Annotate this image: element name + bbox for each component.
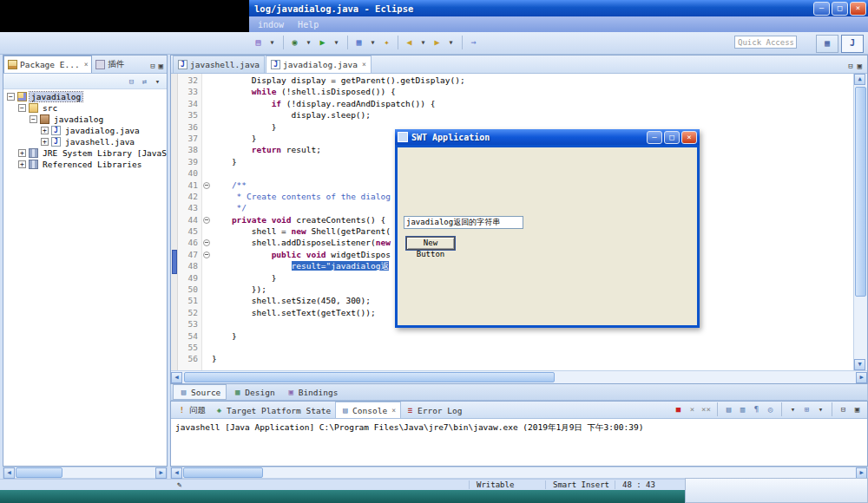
close-icon[interactable]: × <box>391 407 396 415</box>
tree-item[interactable]: −javadialog <box>3 91 167 102</box>
hscroll-track[interactable] <box>182 372 856 382</box>
expand-icon[interactable]: + <box>18 160 26 168</box>
terminate-icon[interactable]: ■ <box>672 403 685 415</box>
tab-source[interactable]: ▤Source <box>173 384 227 400</box>
close-icon[interactable]: × <box>362 61 366 69</box>
view-menu-icon[interactable]: ▾ <box>151 75 164 88</box>
editor-tab[interactable]: Jjavashell.java <box>173 56 265 73</box>
code-line[interactable]: 54 } <box>178 331 853 343</box>
maximize-view-icon[interactable]: ▣ <box>858 62 862 70</box>
console-minimize-icon[interactable]: ⊟ <box>837 403 850 415</box>
code-line[interactable]: 35 display.sleep(); <box>178 110 853 121</box>
run-dropdown-icon[interactable]: ▾ <box>330 35 343 50</box>
expand-icon[interactable]: + <box>41 138 49 146</box>
code-line[interactable]: 32 Display display = getParent().getDisp… <box>178 75 853 87</box>
annotation-ruler[interactable] <box>171 74 178 370</box>
debug-icon[interactable]: ◉ <box>288 35 301 50</box>
tab-design[interactable]: ▦Design <box>227 385 279 399</box>
new-button[interactable]: New Button <box>406 237 455 250</box>
explorer-horizontal-scrollbar[interactable]: ◀ ▶ <box>3 467 168 479</box>
menu-item[interactable]: Help <box>298 20 319 29</box>
scroll-up-icon[interactable]: ▲ <box>854 74 865 85</box>
hscroll-thumb[interactable] <box>16 467 62 478</box>
swt-application-dialog[interactable]: SWT Application –□× New Button <box>395 129 700 328</box>
java-perspective-button[interactable]: J <box>841 35 864 53</box>
new-class-dropdown-icon[interactable]: ▾ <box>366 35 379 50</box>
open-perspective-button[interactable]: ▦ <box>816 35 838 53</box>
pin-console-icon[interactable]: ◎ <box>764 403 777 415</box>
code-line[interactable]: 34 if (!display.readAndDispatch()) { <box>178 99 853 110</box>
link-with-editor-icon[interactable]: ⇄ <box>138 75 151 88</box>
tree-item[interactable]: −src <box>3 102 167 114</box>
minimize-view-icon[interactable]: ⊟ <box>150 62 155 70</box>
expand-icon[interactable]: + <box>41 127 49 134</box>
expand-icon[interactable]: + <box>18 149 26 157</box>
console-tab[interactable]: ≡Error Log <box>401 402 466 418</box>
menu-item[interactable]: indow <box>258 20 284 29</box>
explorer-tab[interactable]: 插件 <box>92 56 128 73</box>
new-java-class-icon[interactable]: ▦ <box>352 35 365 50</box>
console-output[interactable]: javashell [Java Application] C:\Program … <box>171 419 867 466</box>
explorer-tab[interactable]: Package E...× <box>3 56 92 73</box>
dialog-titlebar[interactable]: SWT Application –□× <box>395 129 700 145</box>
display-console-dropdown-icon[interactable]: ▾ <box>786 403 799 415</box>
open-console-icon[interactable]: ⊞ <box>800 403 813 415</box>
window-titlebar[interactable]: log/javadialog.java - Eclipse –□× <box>249 0 868 16</box>
scroll-right-icon[interactable]: ▶ <box>155 467 167 479</box>
run-icon[interactable]: ▶ <box>316 35 329 50</box>
maximize-button[interactable]: □ <box>832 2 848 16</box>
scroll-down-icon[interactable]: ▼ <box>854 359 865 370</box>
tree-item[interactable]: +Referenced Libraries <box>3 159 167 170</box>
search-icon[interactable]: ✦ <box>380 35 393 50</box>
tree-item[interactable]: +Jjavadialog.java <box>3 125 167 136</box>
code-line[interactable]: 55 <box>178 343 853 354</box>
code-line[interactable]: 33 while (!shell.isDisposed()) { <box>178 87 853 98</box>
fold-collapse-icon[interactable] <box>203 217 210 224</box>
dialog-text-field[interactable] <box>404 216 523 229</box>
tree-item[interactable]: +JRE System Library [JavaSE-1. <box>3 147 167 159</box>
forward-dropdown-icon[interactable]: ▾ <box>444 35 457 50</box>
dialog-close-button[interactable]: × <box>681 131 697 144</box>
hscroll-track[interactable] <box>182 467 856 478</box>
new-wizard-icon[interactable]: ▤ <box>252 35 265 50</box>
remove-launch-icon[interactable]: × <box>686 403 699 415</box>
dialog-minimize-button[interactable]: – <box>647 131 662 144</box>
debug-dropdown-icon[interactable]: ▾ <box>302 35 315 50</box>
word-wrap-icon[interactable]: ¶ <box>750 403 763 415</box>
scroll-left-icon[interactable]: ◀ <box>171 467 182 479</box>
scroll-right-icon[interactable]: ▶ <box>856 372 867 383</box>
hscroll-thumb[interactable] <box>183 467 263 478</box>
minimize-button[interactable]: – <box>813 2 830 16</box>
editor-tab[interactable]: Jjavadialog.java× <box>266 56 372 73</box>
tree-item[interactable]: −javadialog <box>3 114 167 125</box>
open-console-dropdown-icon[interactable]: ▾ <box>814 403 827 415</box>
last-edit-location-icon[interactable]: ⇒ <box>467 35 480 50</box>
fold-collapse-icon[interactable] <box>203 252 210 258</box>
editor-vertical-scrollbar[interactable]: ▲ ▼ <box>853 74 867 370</box>
console-maximize-icon[interactable]: ▣ <box>851 403 864 415</box>
collapse-icon[interactable]: − <box>30 115 37 123</box>
close-icon[interactable]: × <box>84 61 89 69</box>
quick-access-input[interactable] <box>734 36 797 49</box>
hscroll-thumb[interactable] <box>184 372 555 382</box>
fold-collapse-icon[interactable] <box>203 239 210 246</box>
back-icon[interactable]: ◀ <box>403 35 416 50</box>
tab-bindings[interactable]: ▣Bindings <box>281 385 344 399</box>
scroll-right-icon[interactable]: ▶ <box>856 467 867 479</box>
vscroll-thumb[interactable] <box>855 87 866 297</box>
dialog-maximize-button[interactable]: □ <box>664 131 680 144</box>
code-line[interactable]: 56} <box>178 354 853 365</box>
console-horizontal-scrollbar[interactable]: ◀ ▶ <box>170 467 868 479</box>
console-tab[interactable]: !问题 <box>173 402 210 418</box>
new-wizard-dropdown-icon[interactable]: ▾ <box>266 35 279 50</box>
fold-collapse-icon[interactable] <box>203 182 210 189</box>
close-button[interactable]: × <box>850 2 866 16</box>
tree-item[interactable]: +Jjavashell.java <box>3 136 167 147</box>
clear-console-icon[interactable]: ▤ <box>722 403 735 415</box>
collapse-icon[interactable]: − <box>18 104 26 112</box>
hscroll-track[interactable] <box>15 467 155 478</box>
console-tab[interactable]: ▤Console× <box>335 402 401 418</box>
scroll-left-icon[interactable]: ◀ <box>171 372 182 383</box>
forward-icon[interactable]: ▶ <box>431 35 444 50</box>
minimize-view-icon[interactable]: ⊟ <box>848 62 852 70</box>
